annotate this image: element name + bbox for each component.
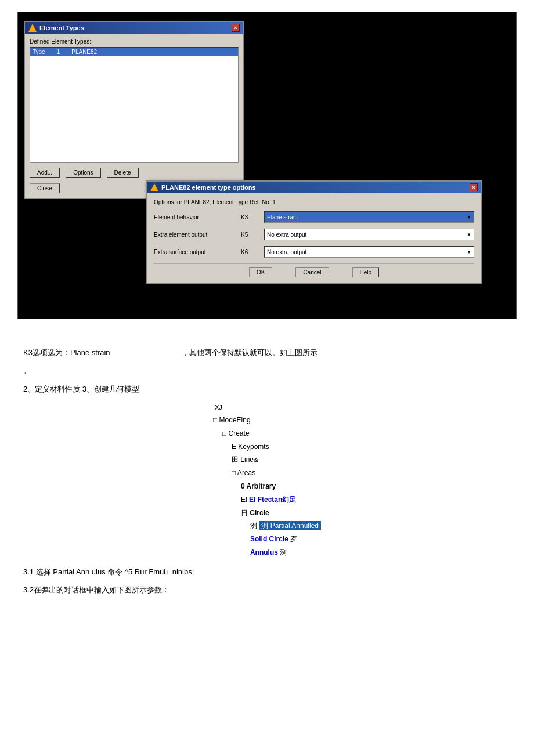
para1-part1: K3选项选为：Plane strain [23,348,110,357]
dialog-icon [28,24,37,32]
menu-node-areas: □ Areas [213,466,321,480]
element-types-titlebar: Element Types × [25,22,243,34]
para1-period: 。 [23,364,511,377]
menu-node-modeeing: □ ModeEing [213,414,321,427]
k6-select[interactable]: No extra output ▼ [264,246,474,258]
menu-node-solid-circle: Solid Circle 歹 [213,533,321,546]
element-list-item[interactable]: Type 1 PLANE82 [30,48,238,56]
delete-button[interactable]: Delete [107,168,139,178]
dialog-plane82: PLANE82 element type options × Options f… [146,180,482,284]
plane82-action-row: OK Cancel Help [154,263,474,277]
menu-node-arbitrary: 0 Arbitrary [213,480,321,493]
item-type-name: PLANE82 [71,49,97,55]
k6-key: K6 [241,249,258,255]
plane82-subtitle: Options for PLANE82, Element Type Ref. N… [154,199,474,205]
menu-solid-circle-label: Solid Circle 歹 [250,535,297,543]
para2: 2、定义材料性质 3、创建几何模型 [23,382,511,396]
menu-arbitrary-label: 0 Arbitrary [241,482,276,490]
menu-root-label: IXJ [213,404,222,411]
close-button[interactable]: Close [30,183,60,193]
menu-line-label: 田 Line& [232,455,258,464]
element-list: Type 1 PLANE82 [30,47,239,163]
menu-node-circle: 日 Circle [213,507,321,520]
k5-arrow: ▼ [467,232,471,237]
k3-value: Plane strain [267,214,298,220]
k3-select[interactable]: Plane strain ▼ [264,211,474,223]
k3-label: Element behavior [154,214,235,220]
k3-key: K3 [241,214,258,220]
element-types-body: Defined Element Types: Type 1 PLANE82 Ad… [25,34,243,198]
viewport-black [295,12,516,209]
item-type-label: Type [33,49,45,55]
plane82-row-k3: Element behavior K3 Plane strain ▼ [154,211,474,223]
para1-part2: ，其他两个保持默认就可以。如上图所示 [182,348,317,357]
ok-button[interactable]: OK [249,267,272,277]
menu-keypomts-label: E Keypomts [232,443,269,451]
menu-areas-label: □ Areas [232,469,255,477]
para1: K3选项选为：Plane strain ，其他两个保持默认就可以。如上图所示 [23,346,511,359]
k6-arrow: ▼ [467,249,471,255]
instruction: 3.1 选择 Partial Ann ulus 命令 ^5 Rur Fmui □… [23,565,511,578]
menu-root: IXJ [213,401,321,414]
menu-ftectan-label: El El Ftectan幻足 [241,495,296,504]
plane82-icon [150,183,158,191]
plane82-row-k5: Extra element output K5 No extra output … [154,229,474,240]
menu-create-label: □ Create [222,429,250,437]
menu-node-line: 田 Line& [213,453,321,466]
plane82-row-k6: Extra surface output K6 No extra output … [154,246,474,258]
add-button[interactable]: Add... [30,168,60,178]
k5-value: No extra output [267,231,306,238]
menu-node-keypomts: E Keypomts [213,440,321,454]
content-area: K3选项选为：Plane strain ，其他两个保持默认就可以。如上图所示 。… [12,337,522,607]
menu-tree-container: IXJ □ ModeEing □ Create E Keypomts 田 Lin… [23,401,511,559]
item-type-num: 1 [57,49,60,55]
element-types-title: Element Types [39,24,84,31]
dialog-element-types: Element Types × Defined Element Types: T… [24,21,244,199]
options-button[interactable]: Options [66,168,100,178]
menu-node-annulus: Annulus 洌 [213,546,321,559]
defined-label: Defined Element Types: [30,38,239,45]
menu-node-ftectan: El El Ftectan幻足 [213,493,321,507]
plane82-body: Options for PLANE82, Element Type Ref. N… [147,193,481,283]
element-types-buttons: Add... Options Delete [30,168,239,178]
k5-label: Extra element output [154,231,235,238]
k5-key: K5 [241,231,258,238]
k5-select[interactable]: No extra output ▼ [264,229,474,240]
k6-label: Extra surface output [154,249,235,255]
k3-arrow: ▼ [467,215,471,220]
menu-circle-label: 日 Circle [241,509,269,517]
cancel-button[interactable]: Cancel [295,267,329,277]
plane82-close[interactable]: × [470,183,478,191]
instruction2: 3.2在弹出的对话框中输入如下图所示参数： [23,583,511,596]
plane82-titlebar: PLANE82 element type options × [147,182,481,193]
help-button[interactable]: Help [352,267,380,277]
menu-node-create: □ Create [213,427,321,440]
k6-value: No extra output [267,249,306,255]
menu-annulus-label: Annulus 洌 [250,548,287,556]
menu-tree: IXJ □ ModeEing □ Create E Keypomts 田 Lin… [213,401,321,559]
plane82-title: PLANE82 element type options [161,184,256,191]
screenshot-container: Element Types × Defined Element Types: T… [17,12,517,319]
element-types-close[interactable]: × [232,24,240,32]
menu-node-partial-annulled: 洌 洌 Partial Annulled [213,519,321,533]
menu-partial-label: 洌 洌 Partial Annulled [250,521,321,530]
menu-modeeing-label: □ ModeEing [213,416,251,424]
